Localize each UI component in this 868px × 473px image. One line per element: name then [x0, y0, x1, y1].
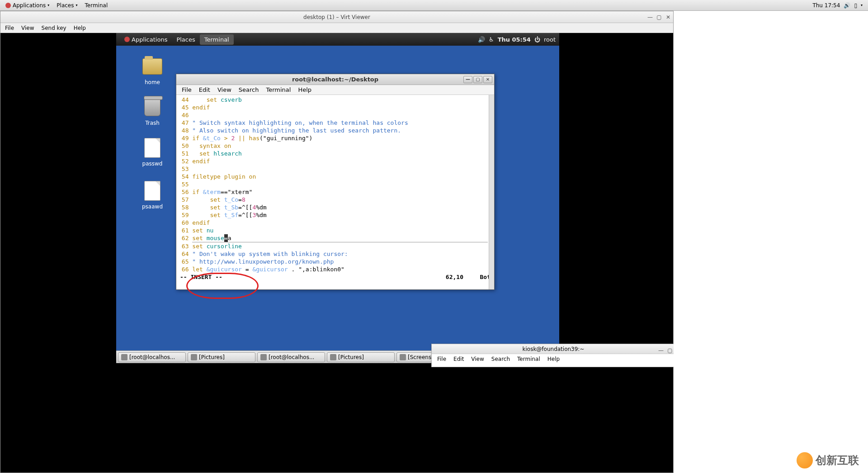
watermark-text: 创新互联 [816, 453, 859, 468]
terminal-menu-terminal[interactable]: Terminal [262, 85, 294, 94]
desktop-icon-home[interactable]: home [134, 56, 170, 85]
terminal-minimize-button[interactable]: — [463, 76, 472, 83]
foundation-menu-view[interactable]: View [467, 355, 487, 363]
foundation-titlebar[interactable]: kiosk@foundation39:~ — ▢ [432, 344, 675, 354]
maximize-button[interactable]: ▢ [656, 14, 662, 20]
terminal-title: root@localhost:~/Desktop [292, 76, 378, 83]
terminal-menu-edit[interactable]: Edit [195, 85, 214, 94]
guest-clock[interactable]: Thu 05:54 [498, 36, 531, 43]
trash-icon [144, 98, 160, 116]
taskbar-item[interactable]: [Pictures] [188, 352, 255, 362]
terminal-menu-view[interactable]: View [214, 85, 235, 94]
guest-applications-menu[interactable]: Applications [120, 34, 172, 45]
folder-icon [330, 354, 336, 360]
host-places-menu[interactable]: Places ▾ [53, 1, 81, 10]
guest-desktop[interactable]: Applications Places Terminal 🔊 ♿ Thu 05:… [116, 33, 559, 363]
virt-title-text: desktop (1) – Virt Viewer [303, 14, 370, 20]
terminal-menu-file[interactable]: File [178, 85, 195, 94]
virt-menu-help[interactable]: Help [70, 24, 90, 32]
user-menu-caret-icon[interactable]: ▾ [861, 3, 863, 7]
gnome-foot-icon [124, 37, 130, 42]
virtual-display: Applications Places Terminal 🔊 ♿ Thu 05:… [0, 33, 673, 473]
virt-titlebar[interactable]: desktop (1) – Virt Viewer — ▢ ✕ [0, 11, 673, 23]
file-icon [144, 138, 160, 158]
minimize-button[interactable]: — [647, 14, 653, 20]
icon-label: Trash [134, 120, 170, 126]
terminal-close-button[interactable]: ✕ [483, 76, 492, 83]
virt-viewer-window: desktop (1) – Virt Viewer — ▢ ✕ File Vie… [0, 11, 674, 473]
file-icon [144, 181, 160, 201]
foundation-menu-file[interactable]: File [434, 355, 450, 363]
foundation-terminal-window[interactable]: kiosk@foundation39:~ — ▢ File Edit View … [431, 344, 675, 367]
host-top-panel: Applications ▾ Places ▾ Terminal Thu 17:… [0, 0, 868, 11]
guest-accessibility-icon[interactable]: ♿ [489, 36, 494, 43]
foundation-menu-edit[interactable]: Edit [450, 355, 467, 363]
folder-icon [191, 354, 197, 360]
terminal-titlebar[interactable]: root@localhost:~/Desktop — ▢ ✕ [176, 74, 494, 85]
foundation-menu-terminal[interactable]: Terminal [514, 355, 544, 363]
icon-label: home [134, 79, 170, 85]
taskbar-item[interactable]: [root@localhos... [257, 352, 325, 362]
gnome-foot-icon [5, 3, 11, 8]
terminal-menubar: File Edit View Search Terminal Help [176, 85, 494, 95]
foundation-title: kiosk@foundation39:~ [523, 346, 585, 352]
taskbar-item[interactable]: [Pictures] [327, 352, 395, 362]
guest-terminal-launcher[interactable]: Terminal [200, 34, 234, 45]
battery-icon[interactable]: ▯ [854, 2, 857, 9]
taskbar-item[interactable]: [root@localhos... [118, 352, 186, 362]
host-clock[interactable]: Thu 17:54 [812, 2, 840, 9]
foundation-minimize-button[interactable]: — [658, 345, 664, 355]
host-applications-menu[interactable]: Applications ▾ [2, 1, 53, 10]
terminal-scrollbar[interactable] [489, 95, 494, 289]
terminal-icon [121, 354, 127, 360]
host-panel-right: Thu 17:54 🔊 ▯ ▾ [812, 2, 866, 9]
foundation-maximize-button[interactable]: ▢ [667, 345, 673, 355]
close-button[interactable]: ✕ [665, 14, 671, 20]
volume-icon[interactable]: 🔊 [844, 2, 850, 9]
terminal-icon [260, 354, 267, 360]
terminal-maximize-button[interactable]: ▢ [473, 76, 482, 83]
terminal-menu-help[interactable]: Help [294, 85, 315, 94]
terminal-window[interactable]: root@localhost:~/Desktop — ▢ ✕ File Edit… [176, 74, 495, 290]
foundation-menu-help[interactable]: Help [544, 355, 563, 363]
desktop-icon-passwd[interactable]: passwd [134, 137, 170, 167]
icon-label: psaawd [134, 203, 170, 210]
host-terminal-launcher[interactable]: Terminal [81, 1, 112, 10]
terminal-body[interactable]: 44 set csverb 45 endif 46 47 " Switch sy… [176, 95, 494, 289]
guest-places-menu[interactable]: Places [172, 34, 199, 45]
terminal-menu-search[interactable]: Search [235, 85, 263, 94]
folder-icon [142, 58, 162, 75]
desktop-icon-psaawd[interactable]: psaawd [134, 180, 170, 210]
icon-label: passwd [134, 161, 170, 167]
foundation-menubar: File Edit View Search Terminal Help [432, 354, 675, 364]
desktop-icon-trash[interactable]: Trash [134, 96, 170, 126]
watermark: 创新互联 [797, 452, 859, 468]
watermark-logo-icon [797, 452, 813, 468]
virt-menubar: File View Send key Help [0, 23, 673, 33]
guest-volume-icon[interactable]: 🔊 [478, 36, 485, 43]
right-blank-region [674, 11, 868, 473]
virt-menu-file[interactable]: File [1, 24, 18, 32]
guest-top-panel: Applications Places Terminal 🔊 ♿ Thu 05:… [116, 33, 559, 46]
guest-power-icon[interactable]: ⏻ [534, 36, 540, 43]
magnifier-icon [400, 354, 406, 360]
foundation-menu-search[interactable]: Search [488, 355, 514, 363]
virt-menu-sendkey[interactable]: Send key [38, 24, 70, 32]
guest-user-label[interactable]: root [544, 36, 556, 43]
virt-menu-view[interactable]: View [18, 24, 38, 32]
